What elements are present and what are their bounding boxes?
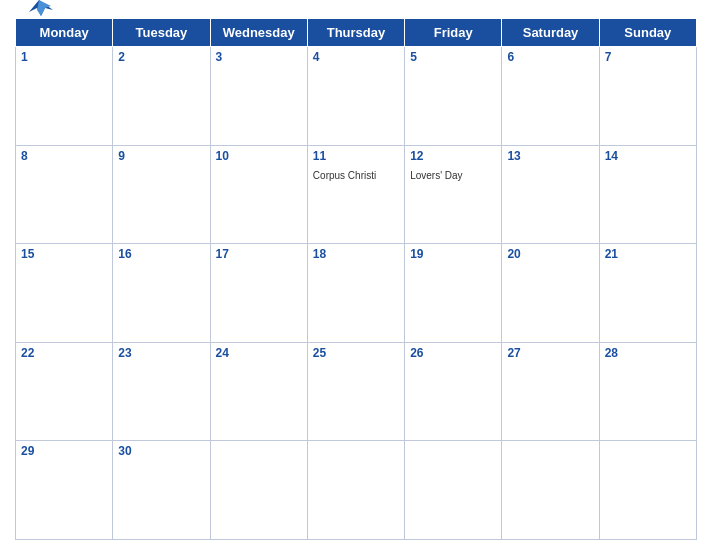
day-number: 22 [21, 346, 107, 360]
calendar-cell: 24 [210, 342, 307, 441]
day-number: 18 [313, 247, 399, 261]
calendar-cell: 14 [599, 145, 696, 244]
weekday-wednesday: Wednesday [210, 19, 307, 47]
event-label: Corpus Christi [313, 170, 376, 181]
day-number: 26 [410, 346, 496, 360]
calendar-cell: 19 [405, 244, 502, 343]
day-number: 19 [410, 247, 496, 261]
calendar-cell: 17 [210, 244, 307, 343]
week-row-1: 1234567 [16, 47, 697, 146]
calendar-cell [210, 441, 307, 540]
calendar-cell: 29 [16, 441, 113, 540]
week-row-3: 15161718192021 [16, 244, 697, 343]
day-number: 24 [216, 346, 302, 360]
calendar-cell: 8 [16, 145, 113, 244]
logo [25, 0, 57, 24]
day-number: 3 [216, 50, 302, 64]
weekday-thursday: Thursday [307, 19, 404, 47]
day-number: 28 [605, 346, 691, 360]
day-number: 15 [21, 247, 107, 261]
calendar-cell: 9 [113, 145, 210, 244]
weekday-tuesday: Tuesday [113, 19, 210, 47]
calendar-cell: 12Lovers' Day [405, 145, 502, 244]
day-number: 29 [21, 444, 107, 458]
calendar-cell: 13 [502, 145, 599, 244]
weekday-saturday: Saturday [502, 19, 599, 47]
calendar-cell: 25 [307, 342, 404, 441]
day-number: 1 [21, 50, 107, 64]
day-number: 12 [410, 149, 496, 163]
calendar-cell: 20 [502, 244, 599, 343]
calendar-cell: 30 [113, 441, 210, 540]
calendar-cell: 6 [502, 47, 599, 146]
day-number: 30 [118, 444, 204, 458]
calendar-cell: 18 [307, 244, 404, 343]
calendar-cell: 26 [405, 342, 502, 441]
day-number: 9 [118, 149, 204, 163]
calendar-cell: 7 [599, 47, 696, 146]
week-row-4: 22232425262728 [16, 342, 697, 441]
calendar-cell: 3 [210, 47, 307, 146]
day-number: 13 [507, 149, 593, 163]
calendar-cell: 28 [599, 342, 696, 441]
week-row-2: 891011Corpus Christi12Lovers' Day1314 [16, 145, 697, 244]
day-number: 25 [313, 346, 399, 360]
calendar-cell: 1 [16, 47, 113, 146]
calendar-cell: 15 [16, 244, 113, 343]
calendar-cell: 10 [210, 145, 307, 244]
calendar-cell: 16 [113, 244, 210, 343]
day-number: 27 [507, 346, 593, 360]
day-number: 2 [118, 50, 204, 64]
calendar-cell: 11Corpus Christi [307, 145, 404, 244]
weekday-sunday: Sunday [599, 19, 696, 47]
calendar-cell: 21 [599, 244, 696, 343]
day-number: 14 [605, 149, 691, 163]
calendar-cell [405, 441, 502, 540]
day-number: 17 [216, 247, 302, 261]
day-number: 8 [21, 149, 107, 163]
calendar-cell: 23 [113, 342, 210, 441]
calendar-cell: 22 [16, 342, 113, 441]
day-number: 10 [216, 149, 302, 163]
day-number: 21 [605, 247, 691, 261]
day-number: 23 [118, 346, 204, 360]
event-label: Lovers' Day [410, 170, 463, 181]
day-number: 4 [313, 50, 399, 64]
calendar-cell: 27 [502, 342, 599, 441]
calendar-cell [307, 441, 404, 540]
calendar-cell: 5 [405, 47, 502, 146]
day-number: 6 [507, 50, 593, 64]
day-number: 5 [410, 50, 496, 64]
day-number: 11 [313, 149, 399, 163]
calendar-cell: 4 [307, 47, 404, 146]
week-row-5: 2930 [16, 441, 697, 540]
calendar-cell: 2 [113, 47, 210, 146]
calendar-cell [599, 441, 696, 540]
calendar-cell [502, 441, 599, 540]
weekday-friday: Friday [405, 19, 502, 47]
day-number: 20 [507, 247, 593, 261]
day-number: 16 [118, 247, 204, 261]
calendar-body: 1234567891011Corpus Christi12Lovers' Day… [16, 47, 697, 540]
day-number: 7 [605, 50, 691, 64]
weekday-header-row: MondayTuesdayWednesdayThursdayFridaySatu… [16, 19, 697, 47]
calendar-table: MondayTuesdayWednesdayThursdayFridaySatu… [15, 18, 697, 540]
logo-icon [25, 0, 53, 24]
